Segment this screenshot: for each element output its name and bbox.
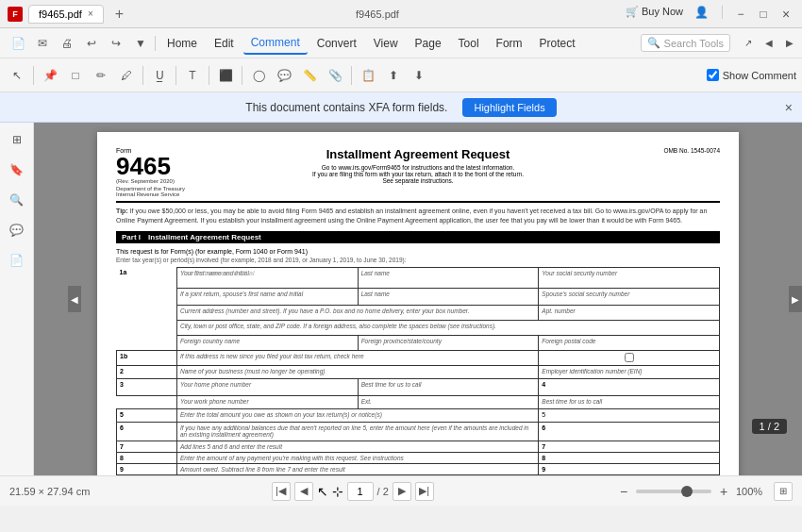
menu-view[interactable]: View — [366, 33, 406, 54]
nav-right-button[interactable]: ▶ — [789, 286, 802, 312]
apt-cell[interactable]: Apt. number — [539, 305, 720, 320]
show-comment-control[interactable]: Show Comment — [707, 69, 796, 81]
fit-page-button[interactable]: ⊞ — [774, 482, 793, 501]
last-page-button[interactable]: ▶| — [415, 482, 434, 501]
work-phone-cell[interactable]: Your work phone number — [176, 395, 358, 408]
tool-select[interactable]: ↖ — [6, 64, 28, 87]
highlight-fields-button[interactable]: Highlight Fields — [462, 98, 556, 117]
spouse-ssn-cell[interactable]: Spouse's social security number — [539, 288, 720, 305]
ext-cell[interactable]: Ext. — [358, 395, 539, 408]
print-icon[interactable]: 🖨 — [57, 33, 77, 54]
divide-cell[interactable]: Divide the amount on line 9 by 72.0 and … — [176, 474, 538, 475]
tool-measure[interactable]: 📏 — [298, 64, 321, 87]
panel-bookmark-icon[interactable]: 🔖 — [6, 158, 28, 181]
add-lines-cell[interactable]: Add lines 5 and 6 and enter the result — [176, 441, 538, 452]
foreign-country-cell[interactable]: Foreign country name — [176, 335, 358, 350]
tool-area[interactable]: □ — [64, 64, 87, 87]
first-name-cell[interactable]: Your first name and initial Your first n… — [176, 267, 358, 288]
prev-page-button[interactable]: ◀ — [294, 482, 313, 501]
menu-tool[interactable]: Tool — [451, 33, 487, 54]
address-checkbox-cell[interactable] — [539, 350, 720, 365]
tool-shapes[interactable]: ◯ — [247, 64, 270, 87]
phone-home-cell[interactable]: Your home phone number — [176, 378, 358, 395]
part-i-header: Part I Installment Agreement Request — [116, 231, 720, 243]
tool-sticky[interactable]: 📌 — [39, 64, 61, 87]
tool-stamp[interactable]: ⬛ — [214, 64, 237, 87]
address-new-checkbox[interactable] — [625, 353, 634, 362]
cursor-icon[interactable]: ↖ — [317, 484, 328, 499]
minimize-button[interactable]: − — [732, 6, 749, 23]
menu-form[interactable]: Form — [489, 33, 530, 54]
apt-label: Apt. number — [542, 308, 716, 314]
payment-cell[interactable]: Enter the amount of any payment you're m… — [176, 452, 538, 463]
additional-balance-cell[interactable]: If you have any additional balances due … — [176, 422, 538, 441]
zoom-out-button[interactable]: − — [615, 483, 632, 500]
zoom-thumb[interactable] — [681, 486, 693, 497]
tool-highlight[interactable]: 🖊 — [115, 64, 138, 87]
tab-close-icon[interactable]: × — [88, 8, 93, 19]
panel-search-icon[interactable]: 🔍 — [6, 189, 28, 211]
menu-protect[interactable]: Protect — [532, 33, 583, 54]
next-page-button[interactable]: ▶ — [393, 482, 411, 501]
panel-home-icon[interactable]: ⊞ — [6, 128, 28, 151]
options-icon[interactable]: ▼ — [130, 33, 151, 54]
share-icon[interactable]: ↗ — [740, 35, 757, 52]
tool-export[interactable]: ⬇ — [408, 64, 430, 87]
main-area: ⊞ 🔖 🔍 💬 📄 ◀ Form 9465 (Rev. September 20… — [0, 123, 802, 475]
tool-import[interactable]: ⬆ — [382, 64, 405, 87]
tool-callout[interactable]: 💬 — [273, 64, 295, 87]
menu-edit[interactable]: Edit — [207, 33, 242, 54]
form-title-area: Installment Agreement Request Go to www.… — [192, 147, 644, 184]
ssn-cell[interactable]: Your social security number — [539, 267, 720, 288]
menu-comment[interactable]: Comment — [243, 32, 308, 55]
menu-home[interactable]: Home — [159, 33, 205, 54]
address-cell[interactable]: Current address (number and street). If … — [176, 305, 538, 320]
prev-icon[interactable]: ◀ — [760, 35, 777, 52]
menu-convert[interactable]: Convert — [309, 33, 364, 54]
undo-icon[interactable]: ↩ — [81, 33, 102, 54]
buy-now-link[interactable]: 🛒 Buy Now — [626, 6, 683, 23]
page-number-input[interactable]: 1 — [347, 482, 374, 501]
foreign-postal-cell[interactable]: Foreign postal code — [539, 335, 720, 350]
best-time-cell[interactable]: Best time for us to call — [358, 378, 539, 395]
menu-page[interactable]: Page — [408, 33, 449, 54]
select-icon[interactable]: ⊹ — [332, 484, 343, 499]
first-page-button[interactable]: |◀ — [272, 482, 291, 501]
search-tools-input[interactable]: 🔍 Search Tools — [641, 34, 730, 52]
last-name-cell[interactable]: Last name — [358, 267, 539, 288]
amount-owed-label: Amount owed. Subtract line 8 from line 7… — [180, 466, 535, 473]
panel-comment-icon[interactable]: 💬 — [6, 219, 28, 241]
tool-underline[interactable]: U̲ — [148, 64, 171, 87]
zoom-slider[interactable] — [636, 490, 711, 493]
email-icon[interactable]: ✉ — [32, 33, 53, 54]
banner-close-icon[interactable]: × — [785, 100, 793, 115]
new-tab-button[interactable]: + — [109, 6, 129, 23]
account-icon[interactable]: 👤 — [694, 6, 709, 23]
business-name-cell[interactable]: Name of your business (must no longer be… — [176, 365, 538, 378]
tool-manage[interactable]: 📋 — [357, 64, 379, 87]
joint-last-name-cell[interactable]: Last name — [358, 288, 539, 305]
next-icon[interactable]: ▶ — [781, 35, 798, 52]
show-comment-checkbox[interactable] — [707, 69, 719, 81]
tab[interactable]: f9465.pdf × — [28, 5, 104, 24]
row-blank4 — [117, 335, 177, 350]
row-1b-num: 1b — [117, 350, 177, 365]
close-button[interactable]: × — [777, 6, 794, 23]
file-icon[interactable]: 📄 — [8, 33, 28, 54]
city-cell[interactable]: City, town or post office, state, and ZI… — [176, 320, 719, 335]
row-9-num: 9 — [117, 463, 177, 474]
tool-pen[interactable]: ✏ — [90, 64, 112, 87]
joint-name-cell[interactable]: If a joint return, spouse's first name a… — [176, 288, 358, 305]
tool-attach[interactable]: 📎 — [324, 64, 346, 87]
total-owe-cell[interactable]: Enter the total amount you owe as shown … — [176, 408, 538, 422]
redo-icon[interactable]: ↪ — [106, 33, 126, 54]
zoom-in-button[interactable]: + — [715, 483, 732, 500]
foreign-province-cell[interactable]: Foreign province/state/county — [358, 335, 539, 350]
amount-owed-cell[interactable]: Amount owed. Subtract line 8 from line 7… — [176, 463, 538, 474]
maximize-button[interactable]: □ — [755, 6, 772, 23]
panel-page-icon[interactable]: 📄 — [6, 249, 28, 272]
tool-text[interactable]: T — [181, 64, 204, 87]
best-time-2-cell[interactable]: Best time for us to call — [539, 395, 720, 408]
ein-cell[interactable]: Employer identification number (EIN) — [539, 365, 720, 378]
nav-left-button[interactable]: ◀ — [68, 286, 81, 312]
